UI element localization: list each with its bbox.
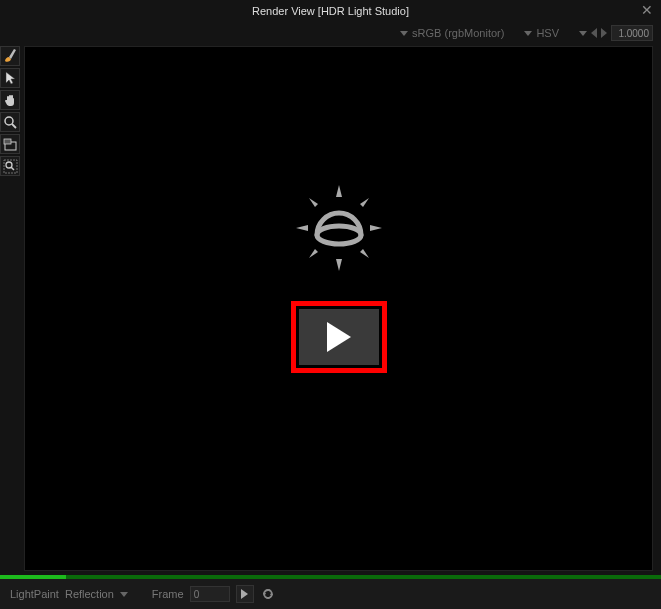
svg-line-6 [11,167,14,170]
zoom-fit-icon[interactable] [0,156,20,176]
svg-marker-15 [360,249,369,258]
play-icon [327,322,351,352]
exposure-field[interactable] [611,25,653,41]
play-icon [241,589,248,599]
frame-field[interactable] [190,586,230,602]
frame-label: Frame [152,588,184,600]
paint-brush-icon[interactable] [0,46,20,66]
colormodel-dropdown[interactable]: HSV [536,27,559,39]
window-title: Render View [HDR Light Studio] [252,5,409,17]
svg-rect-3 [4,139,11,144]
svg-marker-12 [309,198,318,207]
colorspace-label: sRGB (rgbMonitor) [412,27,504,39]
display-toolbar: sRGB (rgbMonitor) HSV [0,22,661,44]
chevron-down-icon[interactable] [524,31,532,36]
magnifier-icon[interactable] [0,112,20,132]
render-viewport[interactable] [24,46,653,571]
next-arrow-icon[interactable] [601,28,607,38]
play-button[interactable] [299,309,379,365]
svg-point-7 [317,226,361,244]
svg-marker-8 [336,185,342,197]
svg-marker-10 [296,225,308,231]
main-area [0,44,661,573]
svg-marker-13 [360,198,369,207]
svg-marker-14 [309,249,318,258]
reflection-dropdown[interactable]: Reflection [65,588,114,600]
close-icon[interactable]: ✕ [641,2,653,18]
titlebar: Render View [HDR Light Studio] ✕ [0,0,661,22]
prev-arrow-icon[interactable] [591,28,597,38]
status-bar: LightPaint Reflection Frame [0,579,661,609]
hand-icon[interactable] [0,90,20,110]
svg-marker-9 [336,259,342,271]
svg-point-0 [5,117,13,125]
tool-mode-label: LightPaint [10,588,59,600]
pointer-icon[interactable] [0,68,20,88]
colorspace-dropdown[interactable]: sRGB (rgbMonitor) [412,27,504,39]
colormodel-label: HSV [536,27,559,39]
vertical-toolbar [0,44,22,573]
svg-marker-11 [370,225,382,231]
svg-line-1 [12,124,16,128]
play-button-highlight [291,301,387,373]
viewport-placeholder [284,173,394,373]
refresh-icon[interactable] [260,586,276,602]
chevron-down-icon[interactable] [400,31,408,36]
hdr-sun-icon [284,173,394,283]
play-button-small[interactable] [236,585,254,603]
chevron-down-icon[interactable] [579,31,587,36]
render-region-icon[interactable] [0,134,20,154]
chevron-down-icon[interactable] [120,592,128,597]
